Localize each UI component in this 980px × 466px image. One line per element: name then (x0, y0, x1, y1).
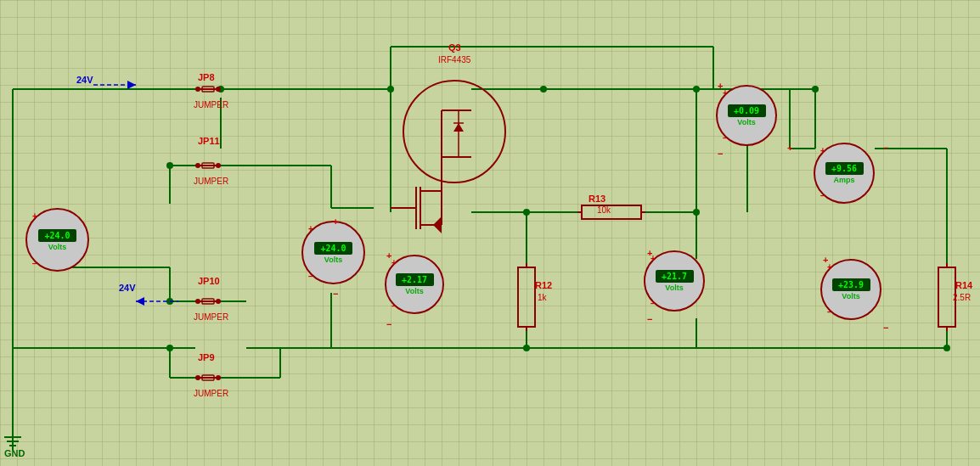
meter-am1-unit: Amps (833, 176, 854, 184)
label-jp8: JP8 (198, 72, 215, 82)
meter-am1-minus: − (820, 191, 825, 200)
meter-am1-display: +9.56 (825, 162, 864, 175)
svg-point-52 (693, 86, 700, 93)
meter-vm5-display: +21.7 (656, 270, 694, 283)
label-jp9: JP9 (198, 352, 215, 362)
label-jp11: JP11 (198, 136, 220, 146)
svg-point-50 (387, 86, 394, 93)
svg-point-60 (166, 162, 173, 169)
svg-marker-64 (127, 81, 136, 89)
meter-vm6-minus: − (827, 307, 832, 317)
svg-point-87 (195, 163, 200, 168)
sublabel-jp9: JUMPER (194, 389, 228, 398)
sublabel-r14: 2.5R (953, 293, 971, 302)
meter-vm4: + +0.09 Volts − (716, 85, 777, 146)
svg-point-93 (216, 299, 221, 304)
meter-vm1: + +24.0 Volts − (25, 208, 89, 272)
meter-vm4-plus: + (723, 88, 728, 98)
meter-vm3-display: +2.17 (396, 273, 434, 286)
meter-vm4-unit: Volts (737, 118, 755, 126)
svg-point-62 (166, 345, 173, 351)
meter-vm3-ext-minus: − (386, 319, 391, 329)
meter-vm5-ext-plus: + (647, 248, 652, 258)
meter-vm2-unit: Volts (324, 255, 342, 264)
sublabel-q3: IRF4435 (438, 55, 470, 65)
svg-marker-77 (433, 216, 442, 233)
meter-vm2: + +24.0 Volts − (301, 221, 365, 284)
label-24v-top: 24V (76, 75, 93, 85)
sublabel-jp8: JUMPER (194, 100, 228, 109)
svg-marker-66 (136, 297, 144, 306)
meter-am1-ext-plus: + (787, 143, 792, 153)
svg-point-97 (195, 375, 200, 380)
sublabel-r12: 1k (538, 293, 547, 302)
svg-marker-79 (453, 123, 464, 132)
meter-vm6-display: +23.9 (832, 278, 870, 291)
svg-point-92 (195, 299, 200, 304)
meter-vm4-ext-minus: − (718, 149, 723, 159)
meter-vm2-display: +24.0 (314, 242, 352, 255)
label-r12: R12 (535, 280, 552, 290)
svg-rect-102 (518, 267, 535, 327)
meter-vm1-unit: Volts (48, 243, 66, 251)
label-jp10: JP10 (198, 276, 220, 286)
meter-am1-ext-minus: − (883, 143, 888, 153)
svg-point-82 (195, 87, 200, 92)
svg-point-98 (216, 375, 221, 380)
meter-vm6-ext-plus: + (823, 255, 828, 265)
wire-layer (0, 0, 980, 466)
meter-vm6: + +23.9 Volts − (820, 259, 881, 320)
meter-vm3: + +2.17 Volts − (385, 255, 444, 314)
meter-vm2-plus: + (308, 224, 313, 233)
svg-rect-105 (582, 205, 641, 219)
label-r13: R13 (589, 194, 605, 204)
meter-vm5-ext-minus: − (647, 314, 652, 324)
label-24v-mid: 24V (119, 283, 136, 293)
meter-vm3-plus: + (391, 258, 397, 267)
meter-vm5: + +21.7 Volts − (644, 250, 705, 312)
meter-vm3-minus: − (391, 301, 397, 311)
svg-point-54 (693, 209, 700, 216)
meter-vm2-ext-minus: − (333, 289, 338, 299)
svg-point-55 (523, 345, 530, 351)
meter-vm4-ext-plus: + (718, 81, 723, 91)
svg-point-53 (523, 209, 530, 216)
meter-am1: + +9.56 Amps − (814, 143, 875, 204)
meter-vm1-minus: − (32, 259, 37, 268)
meter-vm4-minus: − (723, 133, 728, 143)
meter-vm1-plus: + (32, 211, 37, 221)
meter-vm3-ext-plus: + (386, 250, 391, 261)
sublabel-jp10: JUMPER (194, 312, 228, 322)
label-q3: Q3 (448, 42, 461, 53)
svg-point-83 (216, 87, 221, 92)
meter-vm5-unit: Volts (665, 284, 683, 292)
svg-point-51 (540, 86, 547, 93)
svg-point-58 (943, 345, 950, 351)
meter-am1-plus: + (820, 146, 825, 155)
meter-vm6-unit: Volts (842, 292, 859, 300)
meter-vm5-minus: − (651, 299, 656, 308)
svg-point-57 (812, 86, 819, 93)
meter-vm2-minus: − (308, 272, 313, 281)
sublabel-r13: 10k (597, 205, 611, 215)
meter-vm2-ext-plus: + (333, 216, 338, 227)
meter-vm3-unit: Volts (405, 287, 423, 295)
svg-point-88 (216, 163, 221, 168)
meter-vm6-ext-minus: − (883, 323, 888, 333)
meter-vm1-display: +24.0 (38, 229, 76, 242)
sublabel-jp11: JUMPER (194, 177, 228, 186)
meter-vm4-display: +0.09 (728, 104, 766, 117)
label-gnd: GND (4, 448, 25, 458)
label-r14: R14 (955, 280, 972, 290)
